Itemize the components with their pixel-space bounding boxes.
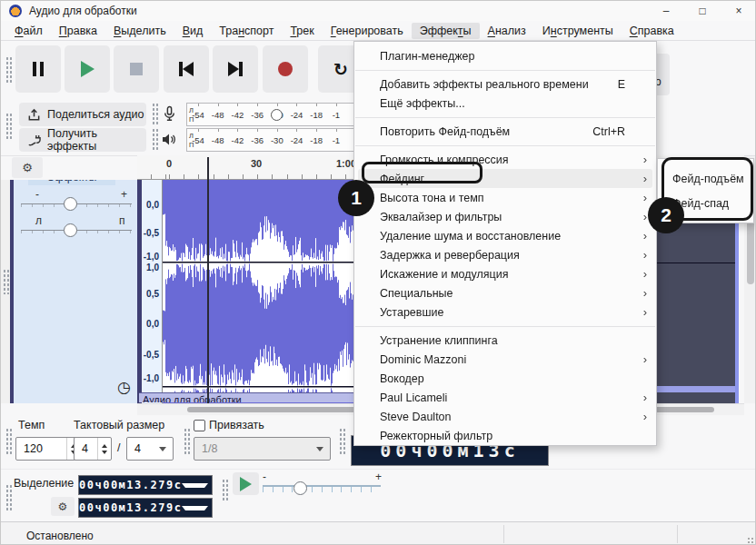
status-bar: Остановлено (1, 521, 756, 545)
submenu-arrow-icon: › (643, 229, 647, 243)
clock-icon: ◷ (117, 378, 131, 396)
snap-checkbox[interactable] (194, 420, 205, 431)
menu-item[interactable]: Специальные› (354, 283, 656, 302)
tempo-input[interactable]: 120 (15, 437, 81, 461)
menubar-item-файл[interactable]: Файл (6, 23, 51, 39)
play-speed-slider-thumb[interactable] (293, 481, 307, 495)
play-at-speed-button[interactable] (233, 472, 259, 495)
resize-grip[interactable] (747, 537, 754, 544)
minimize-button[interactable]: – (648, 1, 684, 21)
meter-scale-label: -18 (310, 135, 323, 145)
close-button[interactable]: × (721, 1, 756, 21)
menu-item[interactable]: Paul Licameli› (354, 388, 656, 407)
timesig-lower-select[interactable]: 4 (126, 437, 174, 461)
clip-name-strip[interactable]: Аудио для обработки (139, 392, 355, 402)
menu-item[interactable]: Высота тона и темп› (354, 188, 656, 207)
menubar-item-выделить[interactable]: Выделить (105, 23, 174, 39)
stop-button[interactable] (114, 45, 159, 93)
microphone-icon[interactable] (162, 105, 177, 123)
pan-slider-thumb[interactable] (64, 223, 77, 237)
track-effects-button[interactable]: Эффекты (28, 180, 115, 185)
menu-item[interactable]: Режекторный фильтр (354, 426, 656, 445)
menu-item[interactable]: Вокодер (354, 369, 656, 388)
menu-item[interactable]: Плагин-менеджер (354, 46, 656, 65)
menu-separator (355, 145, 655, 146)
menu-item[interactable]: Устаревшие› (354, 302, 656, 322)
recording-meter[interactable]: Л П -54-48-42-36-30-24-18-1 (186, 103, 355, 126)
menubar-item-правка[interactable]: Правка (51, 23, 105, 39)
stop-icon (130, 63, 143, 75)
meter-scale-label: -24 (291, 110, 303, 120)
menubar-item-вид[interactable]: Вид (174, 23, 212, 39)
snap-select[interactable]: 1/8 (194, 437, 331, 461)
timesig-upper-input[interactable]: 4 (74, 437, 112, 461)
selection-end-field[interactable]: 00ч00м13.279с (78, 498, 213, 518)
menu-item[interactable]: Устранение клиппинга (354, 331, 656, 350)
dropdown-arrow-icon[interactable] (182, 506, 208, 510)
vertical-ruler-label: -1,0 (144, 252, 159, 262)
menubar-item-анализ[interactable]: Анализ (480, 23, 534, 39)
menu-item[interactable]: Удаление шума и восстановление› (354, 226, 656, 245)
menubar-item-справка[interactable]: Справка (622, 23, 682, 39)
audacity-window: Аудио для обработки – □ × ФайлПравкаВыде… (0, 0, 756, 545)
vertical-ruler-label: -1,0 (144, 373, 159, 383)
skip-to-end-button[interactable] (213, 45, 258, 93)
toolbar-grip[interactable] (152, 128, 158, 150)
meter-scale-label: -54 (192, 110, 204, 120)
playback-meter[interactable]: Л П -54-48-42-36-30-24-18-1 (186, 128, 355, 152)
vertical-ruler-label: -0,5 (144, 350, 159, 360)
get-effects-button[interactable]: Получить эффекты (19, 128, 146, 152)
menu-item[interactable]: Steve Daulton› (354, 407, 656, 426)
plug-icon (27, 134, 41, 147)
toolbar-grip[interactable] (339, 428, 345, 455)
meter-scale-label: -48 (212, 110, 224, 120)
toolbar-grip[interactable] (5, 113, 12, 140)
vertical-ruler[interactable]: 0,0-0,5-1,01,00,50,0-0,5-1,0 (142, 180, 163, 403)
toolbar-grip[interactable] (5, 56, 12, 84)
menubar-item-инструменты[interactable]: Инструменты (534, 23, 622, 39)
menu-separator (355, 326, 655, 327)
pause-button[interactable] (15, 45, 61, 93)
menu-item[interactable]: Добавить эффекты реального времениE (354, 74, 656, 94)
play-button[interactable] (65, 45, 110, 93)
track-control-panel[interactable]: - + л п (14, 180, 137, 403)
menu-bar: ФайлПравкаВыделитьВидТранспортТрекГенери… (1, 21, 756, 41)
submenu-arrow-icon: › (643, 286, 647, 300)
waveform-track[interactable] (163, 180, 355, 403)
submenu-arrow-icon: › (643, 352, 647, 366)
submenu-arrow-icon: › (643, 153, 647, 166)
dropdown-arrow-icon[interactable] (182, 483, 208, 488)
selection-options-button[interactable]: ⚙ (51, 497, 75, 516)
skip-to-start-button[interactable] (164, 45, 209, 93)
recording-volume-knob[interactable] (271, 109, 283, 121)
menubar-item-трек[interactable]: Трек (282, 23, 322, 39)
meter-scale-label: -1 (333, 135, 340, 145)
menubar-item-генерировать[interactable]: Генерировать (323, 23, 412, 39)
toolbar-grip[interactable] (152, 103, 158, 124)
submenu-arrow-icon: › (643, 248, 647, 262)
gain-slider-thumb[interactable] (64, 197, 77, 211)
toolbar-grip[interactable] (184, 428, 190, 455)
speaker-icon[interactable] (161, 132, 177, 147)
toolbar-grip[interactable] (5, 428, 12, 455)
timesig-spinner[interactable] (97, 438, 111, 460)
track-grip[interactable] (3, 269, 9, 294)
window-title: Аудио для обработки (29, 5, 137, 17)
maximize-button[interactable]: □ (684, 1, 721, 21)
timeline-options-button[interactable]: ⚙ (12, 157, 43, 178)
annotation-step-1: 1 (338, 180, 374, 216)
record-button[interactable] (263, 45, 308, 93)
menubar-item-эффекты[interactable]: Эффекты (412, 23, 480, 39)
vertical-ruler-label: 0,0 (146, 319, 159, 329)
selection-start-field[interactable]: 00ч00м13.279с (78, 475, 213, 495)
toolbar-grip[interactable] (5, 484, 12, 511)
menu-item[interactable]: Задержка и реверберация› (354, 245, 656, 264)
menu-item[interactable]: Ещё эффекты... (354, 94, 656, 113)
menu-item[interactable]: Искажение и модуляция› (354, 264, 656, 283)
share-audio-button[interactable]: Поделиться аудио (19, 103, 146, 126)
menu-item[interactable]: Эквалайзер и фильтры› (354, 207, 656, 226)
menubar-item-транспорт[interactable]: Транспорт (211, 23, 282, 39)
menu-item[interactable]: Dominic Mazzoni› (354, 350, 656, 369)
toolbar-grip[interactable] (222, 479, 228, 500)
menu-item[interactable]: Повторить Фейд-подъёмCtrl+R (354, 122, 656, 141)
